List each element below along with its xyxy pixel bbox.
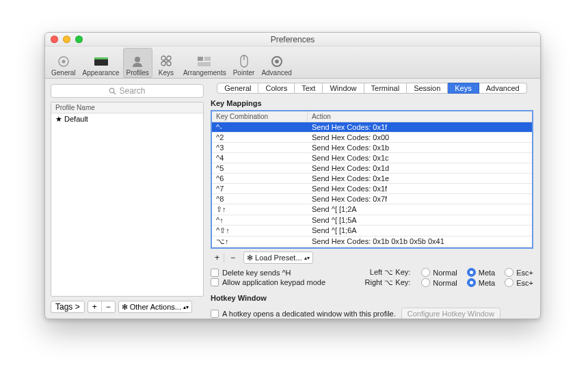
- tab-colors[interactable]: Colors: [258, 83, 295, 94]
- left-opt-esc[interactable]: Esc+: [505, 268, 533, 277]
- profile-list[interactable]: Profile Name ★ Default: [51, 102, 204, 297]
- cell-key: ^-: [212, 122, 308, 132]
- preferences-window: Preferences General Appearance Profiles …: [44, 32, 541, 319]
- cell-key: ⌥↑: [212, 236, 308, 247]
- cell-action: Send Hex Codes: 0x1d: [308, 163, 532, 173]
- add-profile-button[interactable]: +: [88, 301, 102, 312]
- table-row[interactable]: ^3Send Hex Codes: 0x1b: [212, 143, 532, 153]
- toolbar-general[interactable]: General: [48, 48, 79, 78]
- table-row[interactable]: ^7Send Hex Codes: 0x1f: [212, 184, 532, 194]
- svg-line-13: [114, 92, 116, 94]
- right-opt-normal[interactable]: Normal: [421, 278, 457, 287]
- col-key-combination[interactable]: Key Combination: [212, 111, 308, 122]
- tab-terminal[interactable]: Terminal: [364, 83, 407, 94]
- svg-rect-5: [198, 57, 203, 61]
- table-row[interactable]: ^6Send Hex Codes: 0x1e: [212, 174, 532, 184]
- gear-icon: [269, 54, 284, 69]
- hotkey-checkbox[interactable]: A hotkey opens a dedicated window with t…: [211, 309, 396, 318]
- toolbar-appearance[interactable]: Appearance: [79, 48, 123, 78]
- table-row[interactable]: ^↑Send ^[ [1;5A: [212, 215, 532, 226]
- toolbar-arrangements[interactable]: Arrangements: [180, 48, 230, 78]
- left-opt-meta[interactable]: Meta: [467, 268, 495, 277]
- table-header: Key Combination Action: [212, 111, 532, 122]
- configure-hotkey-button[interactable]: Configure Hotkey Window: [401, 308, 500, 319]
- chevron-updown-icon: ▴▾: [183, 305, 189, 310]
- radio-label: Esc+: [516, 269, 533, 277]
- close-icon[interactable]: [51, 36, 58, 43]
- options-row: Delete key sends ^H Allow application ke…: [211, 268, 533, 287]
- table-row[interactable]: ^-Send Hex Codes: 0x1f: [212, 122, 532, 133]
- toolbar-label: General: [51, 69, 76, 77]
- toolbar-label: Keys: [159, 69, 174, 77]
- keypad-label: Allow application keypad mode: [222, 278, 325, 286]
- profile-row-default[interactable]: ★ Default: [51, 113, 203, 125]
- cell-action: Send Hex Codes: 0x1f: [308, 122, 532, 132]
- gear-small-icon: ✻: [247, 254, 253, 262]
- minimize-icon[interactable]: [63, 36, 70, 43]
- cell-key: ^↑: [212, 215, 308, 225]
- other-actions-dropdown[interactable]: ✻ Other Actions... ▴▾: [118, 301, 192, 313]
- table-row[interactable]: ^5Send Hex Codes: 0x1d: [212, 163, 532, 174]
- load-preset-dropdown[interactable]: ✻ Load Preset... ▴▾: [243, 252, 313, 264]
- keypad-mode-checkbox[interactable]: Allow application keypad mode: [211, 277, 365, 287]
- toolbar-advanced[interactable]: Advanced: [258, 48, 295, 78]
- cell-key: ^5: [212, 163, 308, 173]
- tab-session[interactable]: Session: [407, 83, 448, 94]
- content: Search Profile Name ★ Default Tags > + −…: [45, 79, 540, 318]
- right-opt-label: Right ⌥ Key:: [365, 278, 412, 287]
- delete-sends-checkbox[interactable]: Delete key sends ^H: [211, 268, 365, 277]
- cell-key: ^3: [212, 143, 308, 152]
- main-toolbar: General Appearance Profiles Keys Arrange…: [45, 46, 540, 79]
- zoom-icon[interactable]: [75, 36, 83, 43]
- tab-keys[interactable]: Keys: [448, 83, 479, 94]
- cell-key: ^8: [212, 194, 308, 204]
- svg-point-4: [135, 57, 140, 62]
- command-icon: [159, 54, 174, 69]
- toolbar-keys[interactable]: Keys: [152, 48, 180, 78]
- table-controls: + − ✻ Load Preset... ▴▾: [211, 252, 533, 264]
- right-opt-meta[interactable]: Meta: [467, 278, 495, 287]
- cell-key: ^⇧↑: [212, 226, 308, 236]
- add-mapping-button[interactable]: +: [211, 253, 224, 262]
- radio-label: Normal: [433, 269, 457, 277]
- cell-key: ^2: [212, 133, 308, 142]
- option-key-radios: Left ⌥ Key: Normal Meta Esc+ Right ⌥ Key…: [365, 268, 534, 287]
- toolbar-pointer[interactable]: Pointer: [230, 48, 258, 78]
- tab-general[interactable]: General: [217, 83, 258, 94]
- toolbar-label: Advanced: [261, 69, 291, 77]
- cell-action: Send Hex Codes: 0x1b 0x1b 0x5b 0x41: [308, 236, 532, 247]
- remove-profile-button[interactable]: −: [102, 301, 115, 312]
- col-action[interactable]: Action: [308, 111, 532, 122]
- cell-action: Send Hex Codes: 0x1e: [308, 174, 532, 183]
- tab-advanced[interactable]: Advanced: [479, 83, 527, 94]
- right-opt-esc[interactable]: Esc+: [505, 278, 533, 287]
- search-input[interactable]: Search: [51, 84, 204, 98]
- toolbar-label: Arrangements: [183, 69, 226, 77]
- remove-mapping-button[interactable]: −: [226, 253, 239, 262]
- tags-button[interactable]: Tags >: [51, 301, 85, 313]
- left-opt-normal[interactable]: Normal: [421, 268, 457, 277]
- svg-point-12: [110, 88, 115, 93]
- toolbar-profiles[interactable]: Profiles: [123, 48, 152, 78]
- tags-label: Tags >: [51, 301, 84, 312]
- table-body: ^-Send Hex Codes: 0x1f^2Send Hex Codes: …: [212, 122, 532, 247]
- table-row[interactable]: ^2Send Hex Codes: 0x00: [212, 133, 532, 143]
- svg-point-11: [275, 59, 279, 64]
- table-row[interactable]: ⌥↑Send Hex Codes: 0x1b 0x1b 0x5b 0x41: [212, 236, 532, 247]
- toolbar-label: Profiles: [126, 69, 149, 77]
- other-actions-label: Other Actions...: [130, 303, 181, 311]
- arrangements-icon: [197, 54, 212, 69]
- table-row[interactable]: ^⇧↑Send ^[ [1;6A: [212, 226, 532, 236]
- tab-window[interactable]: Window: [323, 83, 364, 94]
- table-row[interactable]: ^8Send Hex Codes: 0x7f: [212, 194, 532, 204]
- left-opt-label: Left ⌥ Key:: [365, 268, 412, 277]
- appearance-icon: [94, 54, 109, 69]
- radio-label: Normal: [433, 279, 457, 287]
- table-row[interactable]: ^4Send Hex Codes: 0x1c: [212, 153, 532, 163]
- search-icon: [109, 87, 116, 95]
- key-mappings-table[interactable]: Key Combination Action ^-Send Hex Codes:…: [211, 110, 533, 249]
- table-row[interactable]: ⇧↑Send ^[ [1;2A: [212, 204, 532, 215]
- hotkey-label: A hotkey opens a dedicated window with t…: [222, 310, 396, 318]
- tab-text[interactable]: Text: [295, 83, 323, 94]
- cell-action: Send Hex Codes: 0x1f: [308, 184, 532, 193]
